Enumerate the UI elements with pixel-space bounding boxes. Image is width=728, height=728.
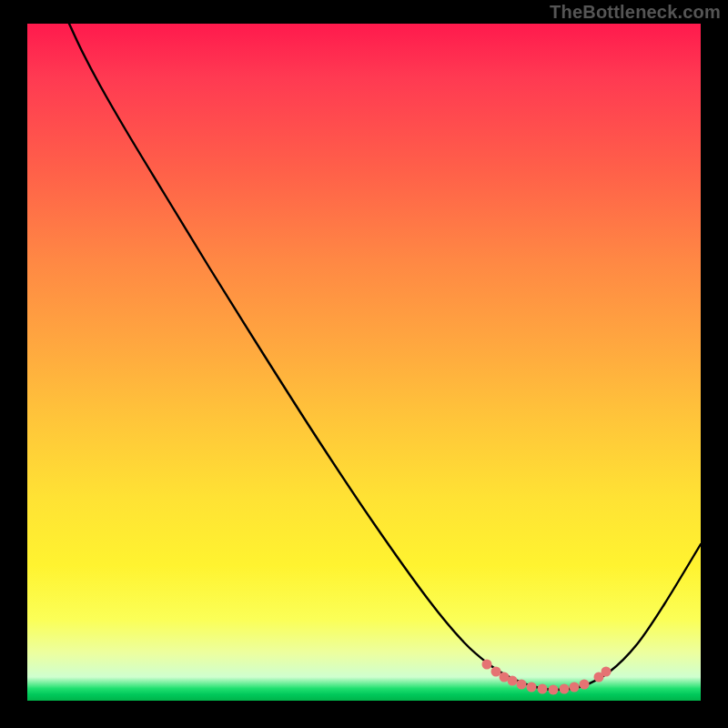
marker-dot xyxy=(570,682,580,693)
optimal-zone-markers xyxy=(27,24,701,701)
marker-dot xyxy=(527,682,537,693)
chart-container: TheBottleneck.com xyxy=(0,0,728,728)
marker-dot xyxy=(538,684,548,694)
watermark-text: TheBottleneck.com xyxy=(550,2,721,23)
marker-dot xyxy=(549,685,559,695)
marker-dot xyxy=(482,660,492,670)
marker-dot xyxy=(580,680,590,690)
marker-dot xyxy=(602,667,612,677)
plot-area xyxy=(27,24,701,701)
marker-dot xyxy=(491,667,501,677)
marker-dot xyxy=(560,684,570,694)
marker-dot xyxy=(517,680,527,690)
marker-dot xyxy=(508,676,518,686)
